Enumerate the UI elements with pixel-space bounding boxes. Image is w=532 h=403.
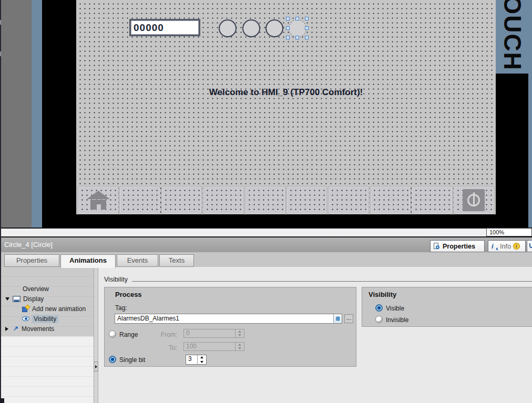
selection-handle-sw[interactable] — [286, 36, 290, 39]
visibility-group-title: Visibility — [369, 291, 396, 298]
hmi-button-home[interactable] — [78, 186, 118, 214]
tab-label: Properties — [16, 256, 47, 264]
tree-item-add-new-animation[interactable]: Add new animation — [1, 304, 94, 314]
section-rule — [132, 280, 532, 282]
section-title: Visibility — [104, 276, 128, 285]
info-badge-icon: i — [513, 243, 520, 250]
from-spinner[interactable] — [235, 329, 244, 337]
zoom-level-select[interactable]: 100% — [486, 228, 532, 236]
io-field-object[interactable]: 00000 — [129, 19, 200, 36]
hmi-button-7[interactable] — [328, 186, 369, 214]
eye-icon — [22, 316, 29, 321]
from-label: From: — [147, 331, 177, 338]
selection-handle-n[interactable] — [295, 17, 299, 20]
home-icon — [87, 191, 110, 210]
welcome-text-object[interactable]: Welcome to HMI_9 (TP700 Comfort)! — [76, 87, 496, 98]
splitter-collapse-right-button[interactable] — [94, 361, 98, 371]
invisible-radio[interactable] — [375, 316, 383, 323]
single-bit-input[interactable]: 3 — [186, 355, 207, 365]
circle-object-2[interactable] — [242, 19, 260, 37]
circle-object-3[interactable] — [265, 19, 283, 37]
add-animation-icon — [22, 305, 29, 312]
selection-handle-w[interactable] — [286, 26, 290, 30]
caret-right-icon[interactable] — [5, 327, 8, 331]
caret-down-icon[interactable] — [5, 297, 9, 301]
tree-item-label-selected: Visibility — [32, 315, 58, 323]
tab-label: Animations — [69, 256, 107, 264]
circle-object-1[interactable] — [219, 19, 237, 37]
to-input-disabled[interactable]: 100 — [183, 342, 244, 351]
circle-object-4-selected[interactable] — [289, 19, 306, 37]
selection-handle-se[interactable] — [305, 36, 309, 39]
power-icon — [463, 189, 485, 211]
selection-handle-nw[interactable] — [286, 17, 290, 20]
display-icon — [13, 296, 21, 302]
tree-item-movements[interactable]: ↗ Movements — [1, 324, 94, 334]
magnifier-document-icon — [434, 243, 441, 250]
range-radio[interactable] — [109, 330, 116, 338]
device-bezel-touch-label: TOUCH — [496, 0, 528, 74]
hmi-button-5[interactable] — [245, 186, 285, 214]
touch-vertical-text: TOUCH — [500, 0, 525, 71]
device-bezel-bottom — [42, 214, 528, 228]
bottom-left-corner-block — [0, 398, 4, 403]
hmi-button-9[interactable] — [412, 186, 452, 214]
tag-input[interactable]: AlarmesDB_Alarmes1 ≣ — [115, 314, 342, 324]
window-left-edge — [0, 0, 1, 403]
selection-handle-ne[interactable] — [305, 17, 309, 20]
device-bezel-left-blue — [32, 0, 42, 228]
tab-texts[interactable]: Texts — [159, 254, 194, 267]
single-bit-label: Single bit — [119, 356, 145, 364]
tree-item-overview[interactable]: Overview — [1, 284, 94, 294]
device-bezel-right-edge — [528, 0, 532, 228]
hmi-screen-canvas[interactable]: 00000 Welcome to HMI_9 (TP700 Comfort)! — [76, 0, 496, 214]
edge-splitter-tick-1[interactable] — [0, 20, 1, 25]
visible-radio[interactable] — [375, 304, 383, 312]
tree-item-visibility[interactable]: Visibility — [1, 314, 94, 324]
diagnostics-icon — [529, 243, 532, 250]
selected-object-title: Circle_4 [Circle] — [4, 237, 53, 252]
hmi-button-3[interactable] — [161, 186, 202, 214]
screen-editor-area: 00000 Welcome to HMI_9 (TP700 Comfort)! — [0, 0, 532, 228]
to-label: To: — [147, 344, 177, 352]
tree-content-splitter[interactable] — [94, 267, 98, 403]
to-spinner[interactable] — [235, 343, 244, 350]
tree-item-display[interactable]: Display — [1, 294, 94, 304]
io-field-value: 00000 — [131, 22, 164, 34]
to-value: 100 — [186, 343, 197, 350]
edge-splitter-tick-2[interactable] — [0, 51, 1, 56]
inspector-pane-tab-diagnostics[interactable] — [527, 240, 532, 252]
pane-tab-label: Properties — [443, 243, 475, 250]
from-input-disabled[interactable]: 0 — [183, 329, 244, 338]
pane-tab-label: Info — [500, 243, 511, 250]
info-arrow-icon: i — [492, 243, 498, 250]
selection-handle-e[interactable] — [305, 26, 309, 30]
tab-label: Texts — [169, 256, 185, 264]
invisible-label: Invisible — [386, 316, 408, 324]
tree-item-label: Display — [23, 295, 44, 303]
movement-arrow-icon: ↗ — [12, 325, 19, 332]
hmi-button-2[interactable] — [119, 186, 160, 214]
hmi-button-6[interactable] — [287, 186, 327, 214]
tag-list-icon[interactable]: ≣ — [333, 314, 342, 323]
animation-settings-panel: Visibility Process Tag: AlarmesDB_Alarme… — [98, 267, 532, 403]
device-bezel-right-black — [496, 74, 528, 214]
tab-properties[interactable]: Properties — [4, 254, 59, 267]
tab-animations[interactable]: Animations — [60, 254, 116, 268]
inspector-pane-tab-info[interactable]: i Info i — [488, 240, 526, 252]
tab-events[interactable]: Events — [117, 254, 158, 267]
hmi-button-4[interactable] — [203, 186, 243, 214]
tag-value: AlarmesDB_Alarmes1 — [117, 315, 179, 322]
hmi-button-8[interactable] — [370, 186, 411, 214]
selection-handle-s[interactable] — [295, 36, 299, 39]
range-label: Range — [119, 331, 138, 338]
process-group-title: Process — [115, 291, 142, 298]
tag-label: Tag: — [115, 304, 127, 312]
animation-navigation-tree: Overview Display Add new animation Visib… — [1, 267, 94, 403]
single-bit-radio[interactable] — [109, 356, 116, 363]
inspector-pane-tab-properties[interactable]: Properties — [430, 240, 485, 252]
tag-browse-button[interactable]: ... — [344, 314, 353, 323]
visibility-groupbox: Visibility Visible Invisible — [362, 287, 532, 327]
hmi-button-power[interactable] — [454, 186, 494, 214]
single-bit-spinner[interactable] — [197, 355, 206, 364]
